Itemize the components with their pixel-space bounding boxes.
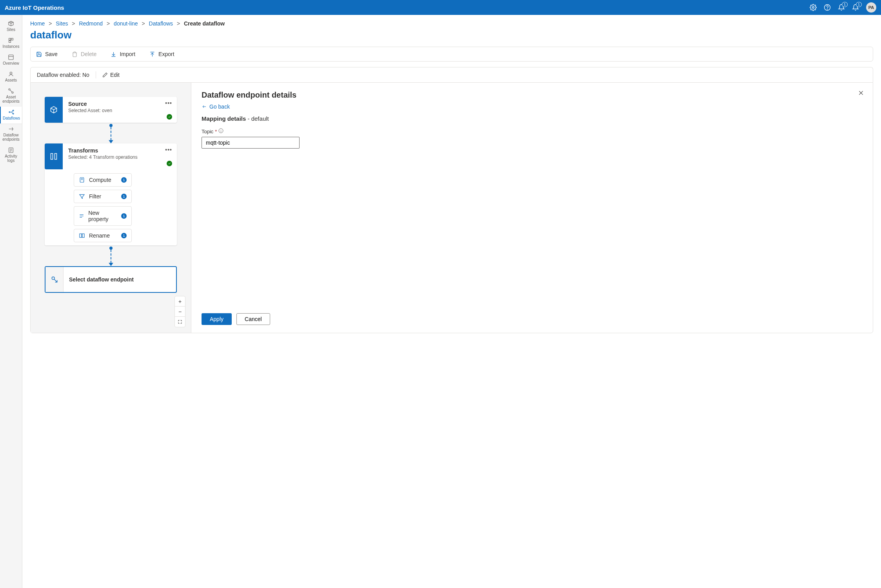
transform-list: Compute 1 Filter 1 New property 1	[45, 169, 177, 245]
svg-point-1	[825, 5, 830, 11]
sidebar-item-assets[interactable]: Assets	[0, 69, 22, 85]
work-area: Source Selected Asset: oven •••	[30, 82, 873, 333]
select-endpoint-node[interactable]: Select dataflow endpoint	[45, 266, 177, 293]
flow-arrow	[45, 123, 177, 143]
breadcrumb-current: Create dataflow	[184, 20, 225, 27]
panel-title: Dataflow endpoint details	[202, 91, 863, 100]
sidebar-item-instances[interactable]: Instances	[0, 35, 22, 52]
sidebar-item-asset-endpoints[interactable]: Asset endpoints	[0, 85, 22, 107]
go-back-label: Go back	[209, 103, 230, 110]
settings-icon[interactable]	[810, 4, 817, 11]
sidebar-item-label: Overview	[3, 61, 19, 65]
zoom-out-button[interactable]: −	[175, 307, 185, 317]
flow-arrow	[45, 245, 177, 266]
save-button[interactable]: Save	[36, 51, 58, 57]
svg-rect-18	[82, 234, 84, 237]
sidebar-item-label: Assets	[5, 78, 17, 82]
svg-rect-6	[9, 55, 13, 60]
svg-point-19	[52, 277, 54, 279]
count-badge: 1	[121, 233, 127, 238]
avatar[interactable]: PA	[866, 2, 876, 13]
newprop-label: New property	[88, 210, 117, 222]
svg-point-0	[812, 7, 814, 9]
help-icon[interactable]	[824, 4, 831, 11]
breadcrumb-redmond[interactable]: Redmond	[79, 20, 103, 27]
transform-rename[interactable]: Rename 1	[74, 229, 132, 242]
top-header: Azure IoT Operations 1 1 PA	[0, 0, 881, 15]
rename-label: Rename	[89, 232, 110, 239]
source-title: Source	[68, 101, 171, 107]
edit-label: Edit	[110, 72, 120, 78]
go-back-link[interactable]: Go back	[202, 103, 863, 110]
dataflow-enabled-status: Dataflow enabled: No	[37, 72, 89, 78]
filter-label: Filter	[89, 193, 101, 200]
export-button[interactable]: Export	[149, 51, 174, 57]
zoom-in-button[interactable]: +	[175, 296, 185, 307]
app-title: Azure IoT Operations	[5, 4, 64, 11]
svg-point-7	[10, 72, 12, 74]
topic-field-label: Topic *	[202, 128, 863, 134]
count-badge: 1	[121, 213, 127, 219]
sidebar-item-label: Asset endpoints	[1, 95, 21, 103]
sidebar-item-sites[interactable]: Sites	[0, 18, 22, 35]
check-icon	[167, 114, 172, 120]
breadcrumb-home[interactable]: Home	[30, 20, 45, 27]
zoom-fit-button[interactable]	[175, 317, 185, 327]
count-badge: 1	[121, 177, 127, 183]
content: Home > Sites > Redmond > donut-line > Da…	[22, 15, 881, 588]
endpoint-icon	[45, 267, 64, 292]
svg-rect-4	[11, 38, 13, 40]
close-icon[interactable]	[858, 90, 864, 97]
details-panel: Dataflow endpoint details Go back Mappin…	[191, 83, 873, 333]
required-marker: *	[215, 129, 217, 134]
command-bar: Save Delete Import Export	[30, 47, 873, 62]
source-subtitle: Selected Asset: oven	[68, 108, 171, 113]
svg-point-2	[827, 9, 828, 9]
info-icon[interactable]	[218, 128, 223, 134]
count-badge: 1	[121, 194, 127, 199]
breadcrumb-dataflows[interactable]: Dataflows	[149, 20, 173, 27]
sidebar-item-dataflows[interactable]: Dataflows	[0, 107, 22, 123]
mapping-value: default	[251, 115, 269, 122]
cancel-button[interactable]: Cancel	[236, 313, 270, 325]
mapping-label: Mapping details	[202, 115, 246, 122]
sidebar-item-label: Activity logs	[1, 154, 21, 163]
panel-footer: Apply Cancel	[202, 305, 863, 325]
transforms-node[interactable]: Transforms Selected: 4 Transform operati…	[45, 143, 177, 245]
edit-button[interactable]: Edit	[102, 72, 120, 78]
sidebar-item-label: Instances	[3, 44, 20, 49]
transforms-icon	[45, 143, 63, 169]
import-button[interactable]: Import	[111, 51, 135, 57]
apply-button[interactable]: Apply	[202, 313, 232, 325]
transform-compute[interactable]: Compute 1	[74, 173, 132, 187]
svg-rect-17	[80, 234, 82, 237]
notification-bell-2-icon[interactable]: 1	[852, 4, 859, 11]
svg-point-12	[13, 113, 14, 114]
export-label: Export	[158, 51, 174, 57]
svg-rect-5	[9, 41, 11, 43]
header-icons: 1 1 PA	[810, 2, 876, 13]
transform-filter[interactable]: Filter 1	[74, 190, 132, 203]
more-icon[interactable]: •••	[165, 100, 172, 106]
breadcrumb-sites[interactable]: Sites	[56, 20, 68, 27]
notification-bell-1-icon[interactable]: 1	[838, 4, 845, 11]
more-icon[interactable]: •••	[165, 147, 172, 153]
breadcrumb-cluster[interactable]: donut-line	[114, 20, 138, 27]
transform-new-property[interactable]: New property 1	[74, 206, 132, 226]
svg-rect-15	[55, 154, 57, 160]
status-bar: Dataflow enabled: No Edit	[30, 67, 873, 82]
canvas-panel: Source Selected Asset: oven •••	[31, 83, 191, 333]
source-node[interactable]: Source Selected Asset: oven •••	[45, 97, 177, 123]
topic-input[interactable]	[202, 137, 300, 149]
mapping-heading: Mapping details - default	[202, 115, 863, 122]
save-label: Save	[45, 51, 58, 57]
sidebar-item-activity-logs[interactable]: Activity logs	[0, 145, 22, 166]
sidebar-item-overview[interactable]: Overview	[0, 52, 22, 69]
endpoint-label: Select dataflow endpoint	[64, 276, 134, 283]
zoom-controls: + −	[174, 296, 185, 327]
svg-rect-3	[9, 38, 11, 40]
transforms-title: Transforms	[68, 147, 171, 154]
delete-label: Delete	[81, 51, 96, 57]
sidebar-item-dataflow-endpoints[interactable]: Dataflow endpoints	[0, 123, 22, 145]
check-icon	[167, 161, 172, 166]
